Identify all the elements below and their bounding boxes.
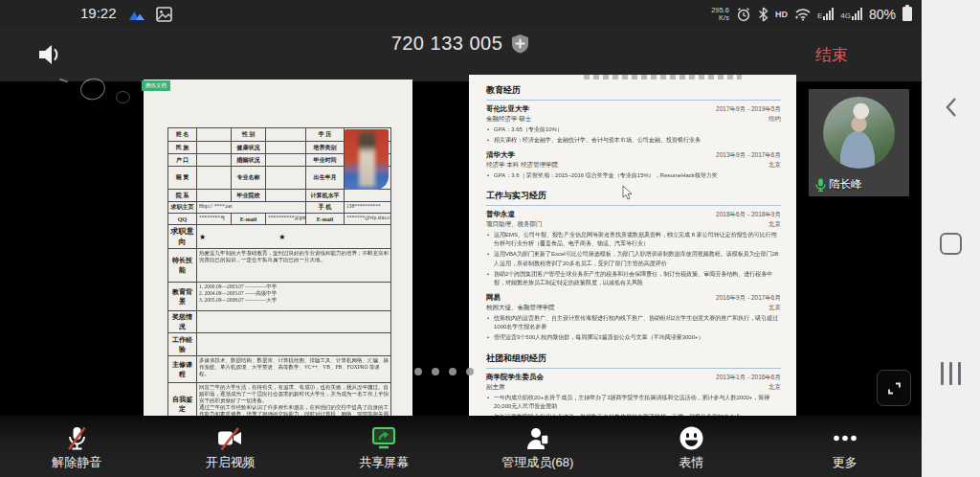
entry-city: 北京	[768, 161, 781, 170]
hd-voice-indicator: HD	[775, 10, 788, 19]
more-button[interactable]: 更多	[768, 421, 923, 471]
shield-plus-icon	[510, 34, 530, 54]
entry-bullets: 运用EMS、公司年报、报告产业信息网等渠道查找所需数据及资料，独立完成 8 家公…	[486, 231, 781, 288]
meeting-header: 19:22 295.6 K/s	[0, 0, 922, 81]
manage-members-button[interactable]: 管理成员(68)	[461, 421, 615, 471]
alarm-clock-icon	[736, 7, 751, 22]
resume-section-title: 社团和组织经历	[486, 352, 781, 369]
meeting-id: 720 133 005	[391, 33, 503, 55]
rotate-corners-icon	[886, 380, 902, 397]
doc-source-badge: 腾讯文档	[142, 80, 170, 91]
android-nav-bar	[922, 0, 980, 477]
entry-subtitle: 金融经济学 硕士	[486, 115, 531, 124]
more-dots-icon	[831, 425, 859, 451]
status-bar: 19:22 295.6 K/s	[0, 0, 922, 27]
entry-date: 2013年1月 - 2016年6月	[716, 374, 781, 382]
entry-date: 2013年9月 - 2017年6月	[716, 151, 781, 160]
bullet: 运用VBA为部门更新了Excel可比公司筛选模板，为部门入职培训录制数据库使用视…	[486, 250, 781, 268]
nav-back-button[interactable]	[922, 96, 980, 119]
wifi-icon	[794, 7, 811, 21]
bullet: 协助2个跨国集团客户管理全球业务所产生的税务和社会保障责任，制订分税政策、审阅劳…	[486, 270, 781, 288]
resume-entry: 网易2016年9月 - 2017年6月 校园大使、金融管理学院北京 统筹校内的运…	[486, 293, 781, 343]
entry-name: 哥伦比亚大学	[486, 104, 529, 114]
battery-icon	[902, 7, 912, 21]
sim2-signal: 4G	[840, 8, 862, 20]
nav-home-button[interactable]	[922, 233, 980, 255]
entry-city: 北京	[768, 220, 781, 229]
bullet: GPA：3.6 ｜荣誉奖项：2015–2016 综合奖学金（专业前15%），Re…	[486, 171, 781, 180]
entry-name: 商学院学生委员会	[486, 373, 544, 382]
scribble-mark	[116, 91, 130, 103]
battery-percent: 80%	[869, 7, 896, 22]
entry-subtitle: 校园大使、金融管理学院	[486, 304, 555, 312]
bluetooth-icon	[758, 7, 768, 22]
status-time: 19:22	[80, 5, 117, 21]
entry-city: 北京	[768, 304, 781, 312]
entry-bullets: GPA：3.65（专业前10%）相关课程：经济金融学、金融统计学、会计与资本市场…	[486, 125, 781, 146]
entry-bullets: 一年内成功招收20+名骨干成员，主持举办了3届商学院学生拓展训练和交流活动，累计…	[486, 394, 781, 416]
screenshot-image-icon	[156, 7, 172, 22]
mic-muted-icon	[64, 425, 90, 451]
entry-subtitle: 项目助理、税务部门	[486, 220, 543, 229]
entry-date: 2016年9月 - 2017年6月	[716, 294, 781, 303]
status-icons-cluster: 295.6 K/s HD	[711, 3, 912, 25]
bullet: 相关课程：经济金融学、金融统计学、会计与资本市场、公司金融、投资银行业务	[486, 136, 781, 145]
mic-active-icon	[815, 178, 826, 192]
mouse-cursor	[622, 185, 633, 200]
bullet: GPA：3.65（专业前10%）	[486, 125, 781, 134]
bullet: 统筹校内的运营推广、自主设计宣传海报进行校内线下推广、协助组织2次学生创意大赛的…	[486, 314, 781, 332]
screen-share-icon	[370, 425, 397, 451]
resume-entry: 商学院学生委员会2013年1月 - 2016年6月 副主席北京 一年内成功招收2…	[486, 373, 781, 416]
meeting-id-row[interactable]: 720 133 005	[391, 33, 531, 55]
entry-date: 2017年9月 - 2019年5月	[716, 105, 781, 114]
resume-entry: 普华永道2018年6月 - 2018年9月 项目助理、税务部门北京 运用EMS、…	[486, 210, 781, 288]
entry-city: 北京	[768, 383, 781, 392]
page-indicator-dots	[414, 368, 474, 375]
nav-recents-button[interactable]	[922, 362, 980, 385]
smiley-icon	[679, 425, 704, 451]
sim1-signal: E	[817, 8, 834, 20]
bullet: 一年内成功招收20+名骨干成员，主持举办了3届商学院学生拓展训练和交流活动，累计…	[486, 394, 781, 412]
resume-section-title: 教育经历	[486, 84, 781, 101]
shared-doc-left-form: 腾讯文档 姓 名性 别学 历 民 族健康状况培养类别 户 口婚姻状况毕业时间 籍…	[144, 80, 412, 416]
entry-date: 2018年6月 - 2018年9月	[716, 211, 781, 219]
participant-name: 隋长峰	[829, 177, 862, 192]
entry-name: 普华永道	[486, 210, 515, 219]
end-meeting-button[interactable]: 结束	[815, 44, 848, 66]
resume-entry: 哥伦比亚大学2017年9月 - 2019年5月 金融经济学 硕士纽约 GPA：3…	[486, 104, 781, 146]
network-speed: 295.6 K/s	[711, 7, 729, 22]
entry-subtitle: 经济学 本科 经济管理学院	[486, 161, 558, 170]
rotate-screen-button[interactable]	[877, 370, 911, 406]
entry-bullets: GPA：3.6 ｜荣誉奖项：2015–2016 综合奖学金（专业前15%），Re…	[486, 171, 781, 180]
entry-subtitle: 副主席	[486, 383, 505, 392]
camera-off-icon	[216, 425, 244, 451]
start-video-button[interactable]: 开启视频	[154, 421, 308, 471]
emoji-button[interactable]: 表情	[614, 421, 768, 471]
share-screen-button[interactable]: 共享屏幕	[307, 421, 461, 471]
entry-name: 网易	[486, 293, 501, 303]
members-icon	[524, 425, 551, 451]
participant-avatar	[823, 97, 895, 169]
bullet: 管理运营3个500人校内微信群，每周撰写3篇原创公众号文章（平均阅读量3000+…	[486, 333, 781, 342]
resume-section-title: 工作与实习经历	[486, 190, 781, 206]
meeting-app-notification-icon	[128, 7, 146, 22]
entry-city: 纽约	[768, 115, 781, 124]
entry-name: 清华大学	[486, 150, 515, 160]
meeting-app-screen: 19:22 295.6 K/s	[0, 0, 980, 477]
unmute-button[interactable]: 解除静音	[0, 421, 154, 471]
entry-bullets: 统筹校内的运营推广、自主设计宣传海报进行校内线下推广、协助组织2次学生创意大赛的…	[486, 314, 781, 343]
shared-doc-right-resume: 教育经历 哥伦比亚大学2017年9月 - 2019年5月 金融经济学 硕士纽约 …	[469, 75, 796, 416]
resume-entry: 清华大学2013年9月 - 2017年6月 经济学 本科 经济管理学院北京 GP…	[486, 150, 781, 180]
shared-screen-view[interactable]: 腾讯文档 姓 名性 别学 历 民 族健康状况培养类别 户 口婚姻状况毕业时间 籍…	[0, 81, 922, 416]
cut-off-text-line	[584, 75, 742, 80]
id-photo-placeholder	[345, 129, 389, 190]
meeting-toolbar: 解除静音 开启视频 共享屏幕	[0, 416, 922, 477]
participant-video-tile[interactable]: 隋长峰	[809, 89, 909, 196]
bullet: 运用EMS、公司年报、报告产业信息网等渠道查找所需数据及资料，独立完成 8 家公…	[486, 231, 781, 249]
